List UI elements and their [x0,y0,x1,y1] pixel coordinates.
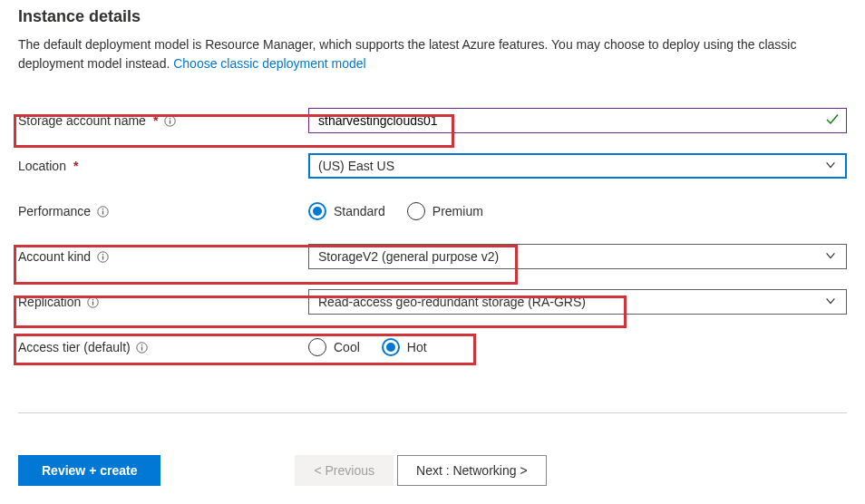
row-location: Location * (US) East US [18,151,847,180]
access-tier-radio-group: Cool Hot [308,338,427,356]
svg-point-13 [141,344,143,345]
label-text: Performance [18,204,91,218]
previous-button[interactable]: < Previous [295,455,394,486]
info-icon[interactable] [136,341,149,354]
section-title: Instance details [18,7,847,26]
svg-rect-14 [141,346,142,350]
label-account-kind: Account kind [18,249,308,264]
required-star-icon: * [153,113,158,128]
row-replication: Replication Read-access geo-redundant st… [18,287,847,316]
label-performance: Performance [18,204,308,218]
info-icon[interactable] [86,296,99,308]
radio-icon [308,202,326,220]
chevron-down-icon [824,249,837,265]
performance-premium-radio[interactable]: Premium [407,202,483,220]
section-description: The default deployment model is Resource… [18,35,847,73]
chevron-down-icon [824,295,837,310]
select-value: StorageV2 (general purpose v2) [318,249,499,264]
label-text: Account kind [18,249,91,264]
row-performance: Performance Standard Premium [18,197,847,226]
replication-select[interactable]: Read-access geo-redundant storage (RA-GR… [308,289,847,315]
svg-rect-11 [92,301,93,305]
svg-rect-2 [170,120,170,123]
storage-account-name-input[interactable] [308,108,847,133]
svg-point-10 [92,298,93,300]
svg-rect-8 [102,256,103,259]
label-replication: Replication [18,295,308,309]
svg-rect-5 [102,210,103,214]
label-location: Location * [18,159,308,173]
radio-label: Hot [407,340,427,354]
label-text: Replication [18,295,81,309]
footer: Review + create < Previous Next : Networ… [18,455,847,486]
radio-icon [407,202,425,220]
radio-icon [382,338,400,356]
row-storage-account-name: Storage account name * [18,106,847,135]
svg-point-7 [102,253,103,255]
row-access-tier: Access tier (default) Cool Hot [18,333,847,362]
account-kind-select[interactable]: StorageV2 (general purpose v2) [308,244,847,269]
classic-deployment-link[interactable]: Choose classic deployment model [173,56,365,71]
radio-label: Premium [432,204,483,218]
info-icon[interactable] [163,114,176,127]
svg-point-1 [170,117,171,119]
select-value: (US) East US [318,159,394,173]
access-tier-cool-radio[interactable]: Cool [308,338,360,356]
label-storage-account-name: Storage account name * [18,113,308,128]
select-value: Read-access geo-redundant storage (RA-GR… [318,295,586,309]
description-text: The default deployment model is Resource… [18,37,796,71]
info-icon[interactable] [96,250,109,263]
review-create-button[interactable]: Review + create [18,455,160,486]
divider [18,412,847,413]
info-icon[interactable] [96,205,109,218]
chevron-down-icon [824,159,837,174]
radio-icon [308,338,326,356]
performance-radio-group: Standard Premium [308,202,483,220]
label-access-tier: Access tier (default) [18,340,308,354]
svg-point-4 [102,208,103,209]
location-select[interactable]: (US) East US [308,153,847,179]
label-text: Storage account name [18,113,146,128]
required-star-icon: * [73,159,78,173]
radio-label: Cool [334,340,360,354]
row-account-kind: Account kind StorageV2 (general purpose … [18,242,847,271]
label-text: Access tier (default) [18,340,131,354]
performance-standard-radio[interactable]: Standard [308,202,385,220]
next-button[interactable]: Next : Networking > [397,455,547,486]
radio-label: Standard [334,204,385,218]
access-tier-hot-radio[interactable]: Hot [382,338,427,356]
label-text: Location [18,159,66,173]
